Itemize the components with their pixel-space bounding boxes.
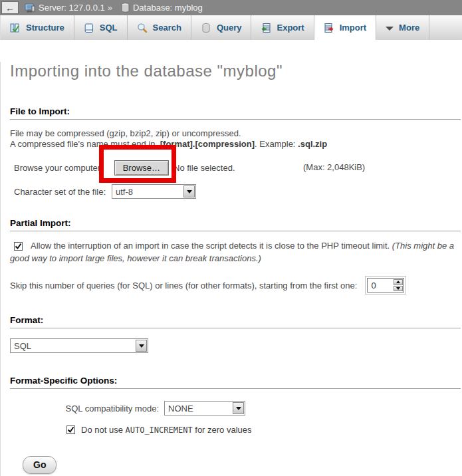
compression-help-line1: File may be compressed (gzip, bzip2, zip… bbox=[10, 128, 241, 138]
chevron-down-icon bbox=[236, 407, 241, 410]
section-heading-partial-import: Partial Import: bbox=[10, 218, 461, 231]
auto-increment-label-suffix: for zero values bbox=[193, 425, 252, 435]
structure-icon bbox=[10, 23, 21, 33]
browse-label: Browse your computer: bbox=[14, 163, 103, 173]
tab-search[interactable]: Search bbox=[128, 15, 191, 40]
sql-icon bbox=[84, 23, 94, 33]
sql-compat-select-value: NONE bbox=[165, 402, 232, 415]
format-select-arrow[interactable] bbox=[136, 340, 147, 352]
tab-import-label: Import bbox=[340, 23, 366, 33]
allow-interruption-label: Allow the interruption of an import in c… bbox=[31, 241, 392, 251]
back-icon: ← bbox=[5, 3, 15, 13]
back-button[interactable]: ← bbox=[1, 1, 19, 14]
skip-queries-field-wrap bbox=[365, 276, 406, 295]
section-heading-format-options: Format-Specific Options: bbox=[10, 376, 461, 389]
import-icon bbox=[324, 23, 334, 33]
auto-increment-row: Do not use AUTO_INCREMENT for zero value… bbox=[10, 423, 462, 435]
browse-row: Browse your computer: Browse… No file se… bbox=[10, 160, 462, 176]
charset-row: Character set of the file: utf-8 bbox=[10, 183, 462, 199]
chevron-up-icon bbox=[396, 281, 400, 283]
breadcrumb-database[interactable]: Database: myblog bbox=[133, 3, 203, 13]
tab-strip: Structure SQL Search Query Export Import… bbox=[0, 15, 462, 40]
allow-interruption-checkbox[interactable] bbox=[14, 242, 23, 251]
tab-more[interactable]: More bbox=[376, 15, 429, 40]
tab-structure[interactable]: Structure bbox=[1, 15, 74, 40]
format-compression-pattern: .[format].[compression] bbox=[158, 139, 255, 149]
server-icon bbox=[25, 3, 35, 13]
example-filename: .sql.zip bbox=[298, 139, 327, 149]
query-icon bbox=[201, 23, 211, 33]
check-icon bbox=[15, 243, 22, 250]
skip-queries-input[interactable] bbox=[368, 279, 393, 292]
charset-select-value: utf-8 bbox=[112, 185, 183, 198]
section-heading-format: Format: bbox=[10, 315, 461, 328]
charset-label: Character set of the file: bbox=[14, 187, 106, 197]
format-select-value: SQL bbox=[11, 339, 135, 352]
chevron-down-icon bbox=[187, 190, 192, 193]
page-title: Importing into the database "myblog" bbox=[10, 62, 453, 80]
no-file-selected-text: No file selected. bbox=[173, 163, 235, 173]
go-button[interactable]: Go bbox=[23, 456, 57, 474]
compression-help-line2: A compressed file's name must end in bbox=[10, 139, 158, 149]
compression-help-text: File may be compressed (gzip, bzip2, zip… bbox=[10, 128, 453, 150]
database-icon bbox=[121, 3, 130, 13]
tab-query-label: Query bbox=[217, 23, 242, 33]
charset-select[interactable]: utf-8 bbox=[112, 184, 196, 199]
allow-interruption-row: Allow the interruption of an import in c… bbox=[10, 239, 457, 265]
max-size-note: (Max: 2,048KiB) bbox=[303, 162, 365, 172]
breadcrumb-server[interactable]: Server: 127.0.0.1 bbox=[39, 3, 105, 13]
auto-increment-label: Do not use AUTO_INCREMENT for zero value… bbox=[81, 425, 252, 435]
breadcrumb-bar: ← Server: 127.0.0.1 » Database: myblog bbox=[0, 0, 462, 15]
tab-sql[interactable]: SQL bbox=[74, 15, 128, 40]
format-select[interactable]: SQL bbox=[10, 338, 148, 353]
auto-increment-label-prefix: Do not use bbox=[81, 425, 126, 435]
chevron-down-icon bbox=[386, 27, 394, 31]
tab-export-label: Export bbox=[277, 23, 304, 33]
example-text: . Example: bbox=[255, 139, 298, 149]
sql-compat-row: SQL compatibility mode: NONE bbox=[10, 400, 462, 416]
main-content: Importing into the database "myblog" Fil… bbox=[0, 62, 462, 476]
search-icon bbox=[137, 23, 148, 33]
check-icon bbox=[67, 426, 74, 433]
tab-export[interactable]: Export bbox=[251, 15, 314, 40]
tab-strip-filler bbox=[429, 15, 462, 40]
sql-compat-select-arrow[interactable] bbox=[233, 402, 244, 414]
charset-select-arrow[interactable] bbox=[183, 185, 195, 197]
export-icon bbox=[261, 23, 271, 33]
tab-import[interactable]: Import bbox=[314, 15, 376, 40]
breadcrumb-separator: » bbox=[108, 3, 112, 13]
auto-increment-code: AUTO_INCREMENT bbox=[126, 425, 193, 435]
chevron-down-icon bbox=[139, 344, 144, 348]
tab-sql-label: SQL bbox=[100, 23, 118, 33]
tab-search-label: Search bbox=[153, 23, 181, 33]
skip-queries-row: Skip this number of queries (for SQL) or… bbox=[10, 275, 462, 295]
tab-query[interactable]: Query bbox=[191, 15, 252, 40]
auto-increment-checkbox[interactable] bbox=[66, 425, 75, 434]
spinner-up-button[interactable] bbox=[394, 279, 403, 285]
skip-queries-label: Skip this number of queries (for SQL) or… bbox=[10, 281, 357, 291]
tab-structure-label: Structure bbox=[26, 23, 64, 33]
skip-queries-input-box bbox=[367, 278, 404, 293]
spinner-down-button[interactable] bbox=[394, 286, 403, 292]
chevron-down-icon bbox=[396, 287, 400, 290]
section-heading-file-to-import: File to Import: bbox=[10, 106, 461, 120]
sql-compat-label: SQL compatibility mode: bbox=[10, 404, 159, 414]
browse-button[interactable]: Browse… bbox=[114, 160, 169, 176]
sql-compat-select[interactable]: NONE bbox=[164, 401, 245, 416]
skip-queries-spinner bbox=[393, 279, 404, 292]
tab-more-label: More bbox=[399, 23, 419, 33]
